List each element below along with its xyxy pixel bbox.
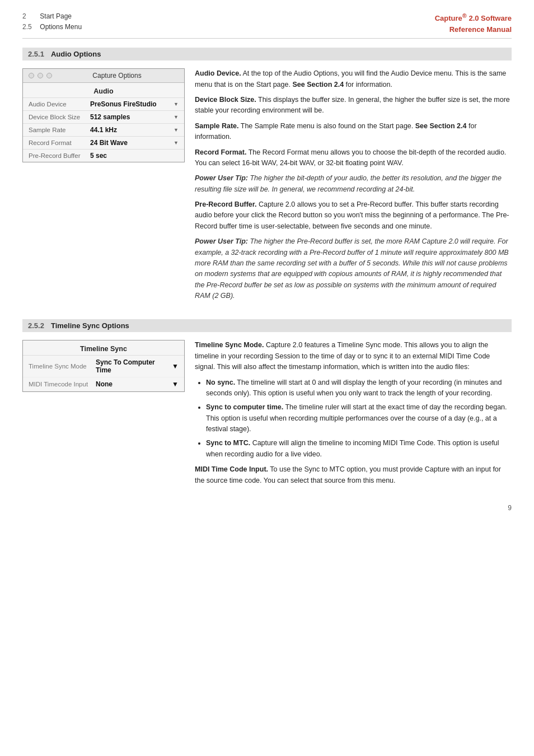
record-format-arrow: ▼ (174, 140, 179, 146)
header-left: 2 Start Page 2.5 Options Menu (22, 11, 82, 32)
midi-timecode-para: MIDI Time Code Input. To use the Sync to… (195, 464, 512, 486)
section-251-title: Audio Options (51, 50, 101, 58)
capture-panel-titlebar: Capture Options (23, 69, 184, 83)
timeline-sync-mode-row: Timeline Sync Mode Sync To Computer Time… (23, 356, 184, 377)
midi-timecode-arrow: ▼ (172, 380, 179, 388)
device-block-size-row: Device Block Size 512 samples ▼ (23, 110, 184, 123)
device-block-size-para: Device Block Size. This displays the buf… (195, 95, 512, 116)
page-number: 9 (22, 504, 512, 512)
header-product-line2: Reference Manual (449, 25, 512, 34)
bullet-sync-mtc: Sync to MTC. Capture will align the time… (206, 438, 512, 460)
section-label-2: Start Page (40, 12, 72, 20)
section-252-body: Timeline Sync Timeline Sync Mode Sync To… (22, 340, 512, 491)
section-num-2: 2 (22, 11, 38, 22)
sample-rate-para: Sample Rate. The Sample Rate menu is als… (195, 121, 512, 143)
pre-record-buffer-label: Pre-Record Buffer (29, 152, 90, 159)
audio-device-arrow: ▼ (174, 101, 179, 107)
sync-mtc-bold: Sync to MTC. (206, 439, 250, 447)
timeline-sync-mode-label: Timeline Sync Mode (29, 363, 96, 370)
timeline-panel-title: Timeline Sync (23, 340, 184, 356)
sample-rate-row: Sample Rate 44.1 kHz ▼ (23, 123, 184, 136)
pre-record-buffer-bold: Pre-Record Buffer. (195, 200, 256, 208)
capture-panel-title: Capture Options (55, 72, 179, 80)
sample-rate-arrow: ▼ (174, 127, 179, 133)
pre-record-buffer-row: Pre-Record Buffer 5 sec (23, 149, 184, 162)
sample-rate-label: Sample Rate (29, 127, 90, 133)
power-tip-1-para: Power User Tip: The higher the bit-depth… (195, 173, 512, 195)
device-block-size-arrow: ▼ (174, 114, 179, 120)
timeline-sync-screenshot-col: Timeline Sync Timeline Sync Mode Sync To… (22, 340, 185, 491)
section-252-title: Timeline Sync Options (51, 321, 129, 330)
section-251-body: Capture Options Audio Audio Device PreSo… (22, 68, 512, 306)
audio-device-bold: Audio Device. (195, 69, 241, 77)
bullet-sync-computer-time: Sync to computer time. The timeline rule… (206, 402, 512, 435)
section-252: 2.5.2 Timeline Sync Options Timeline Syn… (22, 319, 512, 491)
record-format-value: 24 Bit Wave ▼ (90, 139, 179, 147)
section-251-num: 2.5.1 (28, 50, 44, 58)
power-tip-2-para: Power User Tip: The higher the Pre-Recor… (195, 236, 512, 301)
section-252-text: Timeline Sync Mode. Capture 2.0 features… (195, 340, 512, 491)
timeline-sync-mode-value: Sync To Computer Time ▼ (96, 358, 179, 374)
audio-device-label: Audio Device (29, 101, 90, 108)
device-block-size-bold: Device Block Size. (195, 96, 256, 104)
capture-options-panel: Capture Options Audio Audio Device PreSo… (22, 68, 185, 162)
record-format-row: Record Format 24 Bit Wave ▼ (23, 136, 184, 149)
record-format-label: Record Format (29, 139, 90, 146)
no-sync-bold: No sync. (206, 379, 235, 386)
see-section-24-1: See Section 2.4 (292, 81, 344, 88)
section-252-num: 2.5.2 (28, 321, 44, 330)
power-tip-2-text: The higher the Pre-Record buffer is set,… (195, 237, 509, 300)
section-251-text: Audio Device. At the top of the Audio Op… (195, 68, 512, 306)
section-num-25: 2.5 (22, 22, 38, 32)
device-block-size-value: 512 samples ▼ (90, 113, 179, 121)
timeline-sync-mode-bold: Timeline Sync Mode. (195, 341, 264, 349)
timeline-sync-mode-arrow: ▼ (172, 362, 179, 370)
header-right: Capture® 2.0 Software Reference Manual (435, 11, 512, 35)
power-tip-2-bold: Power User Tip: (195, 237, 248, 245)
see-section-24-2: See Section 2.4 (415, 122, 467, 130)
timeline-sync-panel: Timeline Sync Timeline Sync Mode Sync To… (22, 340, 185, 392)
midi-timecode-value: None ▼ (96, 380, 179, 388)
bullet-no-sync: No sync. The timeline will start at 0 an… (206, 377, 512, 399)
header-product-line1: Capture® 2.0 Software (435, 14, 512, 22)
timeline-sync-bullets: No sync. The timeline will start at 0 an… (206, 377, 512, 460)
audio-options-screenshot-col: Capture Options Audio Audio Device PreSo… (22, 68, 185, 306)
device-block-size-label: Device Block Size (29, 114, 90, 120)
traffic-light-2 (38, 73, 43, 78)
power-tip-1-bold: Power User Tip: (195, 174, 248, 182)
section-label-25: Options Menu (40, 23, 82, 31)
audio-device-value: PreSonus FireStudio ▼ (90, 100, 179, 108)
audio-device-para: Audio Device. At the top of the Audio Op… (195, 68, 512, 90)
sample-rate-value: 44.1 kHz ▼ (90, 126, 179, 134)
section-251-heading: 2.5.1 Audio Options (22, 48, 512, 60)
traffic-light-3 (46, 73, 52, 78)
pre-record-buffer-para: Pre-Record Buffer. Capture 2.0 allows yo… (195, 199, 512, 232)
audio-device-row: Audio Device PreSonus FireStudio ▼ (23, 97, 184, 110)
timeline-sync-mode-para: Timeline Sync Mode. Capture 2.0 features… (195, 340, 512, 372)
sync-computer-time-bold: Sync to computer time. (206, 403, 283, 411)
midi-timecode-bold: MIDI Time Code Input. (195, 465, 268, 473)
section-252-heading: 2.5.2 Timeline Sync Options (22, 319, 512, 332)
page-header: 2 Start Page 2.5 Options Menu Capture® 2… (22, 11, 512, 39)
record-format-para: Record Format. The Record Format menu al… (195, 147, 512, 169)
pre-record-buffer-value: 5 sec (90, 152, 179, 160)
record-format-bold: Record Format. (195, 148, 246, 156)
midi-timecode-label: MIDI Timecode Input (29, 381, 96, 388)
capture-panel-section-title: Audio (23, 83, 184, 97)
midi-timecode-row: MIDI Timecode Input None ▼ (23, 377, 184, 391)
sample-rate-bold: Sample Rate. (195, 122, 239, 130)
traffic-light-1 (29, 73, 34, 78)
